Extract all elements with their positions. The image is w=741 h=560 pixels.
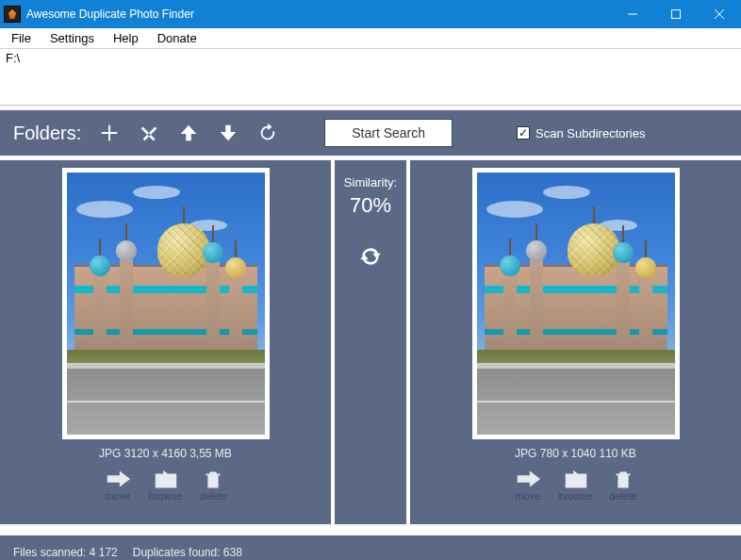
right-move-button[interactable]: move xyxy=(514,468,542,502)
right-browse-button[interactable]: browse xyxy=(559,468,592,502)
splitter[interactable] xyxy=(0,524,741,535)
left-pane: JPG 3120 x 4160 3,55 MB move browse dele… xyxy=(0,160,331,524)
right-photo[interactable] xyxy=(472,168,680,439)
left-move-button[interactable]: move xyxy=(104,468,132,502)
app-icon xyxy=(4,6,21,23)
left-browse-button[interactable]: browse xyxy=(149,468,182,502)
folders-label: Folders: xyxy=(13,123,81,144)
titlebar: Awesome Duplicate Photo Finder xyxy=(0,0,741,28)
status-scanned: Files scanned: 4 172 xyxy=(13,546,118,559)
right-pane: JPG 780 x 1040 110 KB move browse delete xyxy=(410,160,741,524)
start-search-button[interactable]: Start Search xyxy=(324,119,453,147)
toolbar: Folders: Start Search Scan Subdirectorie… xyxy=(0,110,741,156)
add-folder-button[interactable] xyxy=(98,122,121,144)
left-meta: JPG 3120 x 4160 3,55 MB xyxy=(99,447,232,460)
checkbox-icon xyxy=(517,126,530,140)
right-delete-button[interactable]: delete xyxy=(609,468,637,502)
move-down-button[interactable] xyxy=(217,122,239,144)
menu-help[interactable]: Help xyxy=(106,29,146,47)
minimize-button[interactable] xyxy=(611,0,654,28)
close-button[interactable] xyxy=(698,0,741,28)
scan-subdirectories-label: Scan Subdirectories xyxy=(535,126,645,140)
status-found: Duplicates found: 638 xyxy=(133,546,242,559)
svg-rect-1 xyxy=(672,10,681,19)
refresh-button[interactable] xyxy=(256,122,279,144)
folder-path-box[interactable]: F:\ xyxy=(0,49,741,106)
maximize-button[interactable] xyxy=(654,0,698,28)
right-actions: move browse delete xyxy=(514,468,637,502)
left-delete-button[interactable]: delete xyxy=(199,468,227,502)
similarity-label: Similarity: xyxy=(344,175,397,189)
window-controls xyxy=(611,0,741,28)
remove-folder-button[interactable] xyxy=(138,122,160,144)
window-title: Awesome Duplicate Photo Finder xyxy=(26,8,194,21)
menu-file[interactable]: File xyxy=(4,29,39,47)
scan-subdirectories-checkbox[interactable]: Scan Subdirectories xyxy=(517,126,645,140)
similarity-value: 70% xyxy=(350,193,391,218)
menu-settings[interactable]: Settings xyxy=(42,29,102,47)
comparison-area: JPG 3120 x 4160 3,55 MB move browse dele… xyxy=(0,160,741,524)
left-photo[interactable] xyxy=(62,168,270,439)
swap-button[interactable] xyxy=(358,244,383,272)
folder-path: F:\ xyxy=(6,51,20,65)
move-up-button[interactable] xyxy=(177,122,200,144)
similarity-column: Similarity: 70% xyxy=(331,160,410,524)
status-bar: Files scanned: 4 172 Duplicates found: 6… xyxy=(0,535,741,560)
menu-donate[interactable]: Donate xyxy=(150,29,205,47)
right-meta: JPG 780 x 1040 110 KB xyxy=(515,447,636,460)
left-actions: move browse delete xyxy=(104,468,227,502)
menu-bar: File Settings Help Donate xyxy=(0,28,741,49)
